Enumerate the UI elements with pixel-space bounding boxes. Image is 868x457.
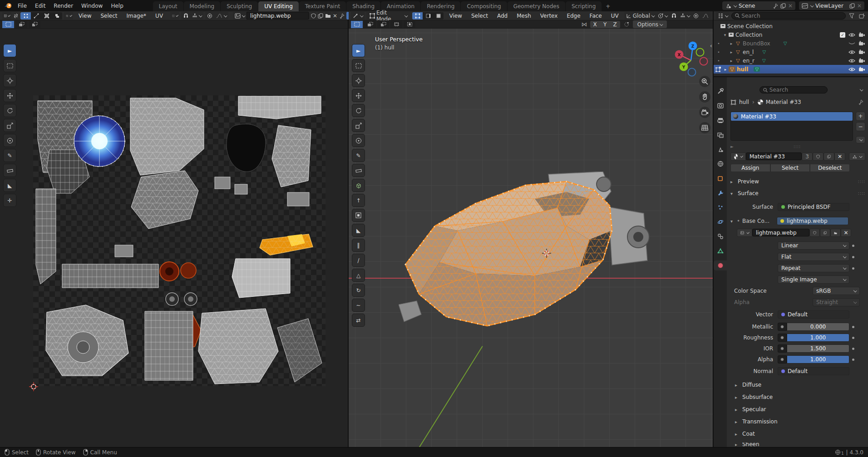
- vp-select-extend-button[interactable]: [364, 21, 376, 28]
- color-space-dropdown[interactable]: sRGB: [813, 287, 860, 295]
- tab-scene[interactable]: [714, 144, 727, 154]
- outliner-row-en-r[interactable]: • ▸ ▽ en_r ▽: [714, 56, 868, 65]
- vp-menu-face[interactable]: Face: [586, 13, 606, 19]
- menu-file[interactable]: File: [14, 1, 31, 10]
- tab-output[interactable]: [714, 115, 727, 125]
- vp-menu-select[interactable]: Select: [468, 13, 492, 19]
- preview-panel-header[interactable]: ▸ Preview ::::: [730, 178, 865, 185]
- menu-help[interactable]: Help: [107, 1, 127, 10]
- tab-object-data[interactable]: [714, 246, 727, 256]
- roughness-slider[interactable]: 1.000: [787, 334, 849, 342]
- metallic-slider[interactable]: 0.000: [787, 323, 849, 331]
- scene-selector[interactable]: Scene ✕: [722, 1, 795, 10]
- tab-sculpting[interactable]: Sculpting: [221, 1, 258, 11]
- material-name-field[interactable]: Material #33: [746, 152, 802, 160]
- specular-panel-header[interactable]: ▸Specular: [735, 406, 865, 413]
- mirror-z-button[interactable]: Z: [610, 21, 620, 28]
- decorator-dot[interactable]: [852, 337, 854, 339]
- vp-transform-tool[interactable]: [352, 134, 365, 147]
- vp-scale-tool[interactable]: [352, 119, 365, 132]
- uv-select-island-button[interactable]: [52, 12, 62, 20]
- uv-rotate-tool[interactable]: [3, 104, 16, 117]
- uv-transform-tool[interactable]: [3, 134, 16, 147]
- tab-material[interactable]: [714, 260, 727, 270]
- uv-pivot-dropdown[interactable]: [170, 12, 179, 20]
- uv-menu-select[interactable]: Select: [97, 13, 121, 19]
- tab-scripting[interactable]: Scripting: [566, 1, 602, 11]
- image-name-field[interactable]: lightmap.webp: [752, 229, 809, 236]
- add-slot-button[interactable]: +: [856, 112, 865, 121]
- uv-editor-type-dropdown[interactable]: [2, 12, 11, 20]
- eye-closed-icon[interactable]: [848, 41, 855, 46]
- tab-world[interactable]: [714, 159, 727, 169]
- image-fake-user-toggle[interactable]: [809, 229, 820, 237]
- uv-rip-region-tool[interactable]: ◣: [3, 179, 16, 192]
- select-mode-edge-button[interactable]: [423, 12, 433, 20]
- image-new-copy-button[interactable]: [318, 12, 323, 20]
- list-expand-handle[interactable]: ►: [730, 144, 734, 149]
- decorator-dot[interactable]: [852, 359, 854, 361]
- uv-tweak-tool[interactable]: ►: [3, 44, 16, 57]
- ior-slider[interactable]: 1.500: [787, 344, 849, 353]
- tab-layout[interactable]: Layout: [153, 1, 183, 11]
- image-unlink-button[interactable]: ✕: [841, 229, 851, 237]
- browse-material-dropdown[interactable]: [730, 152, 746, 161]
- pivot-point-dropdown[interactable]: [656, 12, 669, 20]
- mirror-y-button[interactable]: Y: [600, 21, 610, 28]
- pan-hand-icon[interactable]: [699, 91, 710, 103]
- interpolation-dropdown[interactable]: Linear: [778, 241, 849, 250]
- material-slot-active[interactable]: Material #33: [731, 112, 853, 121]
- image-fake-user-toggle[interactable]: [311, 12, 316, 20]
- vp-bevel-tool[interactable]: ◣: [352, 224, 365, 237]
- select-mode-vertex-button[interactable]: [412, 12, 423, 20]
- vector-input-button[interactable]: Default: [778, 310, 849, 319]
- coat-panel-header[interactable]: ▸Coat: [735, 431, 865, 437]
- vp-select-intersect-button[interactable]: [404, 21, 415, 28]
- vp-poly-build-tool[interactable]: △: [352, 269, 365, 282]
- base-color-texture-button[interactable]: lightmap.webp: [777, 217, 848, 225]
- camera-visibility-icon[interactable]: [858, 32, 865, 37]
- uv-falloff-dropdown[interactable]: [214, 12, 228, 20]
- uv-select-extend-button[interactable]: [15, 21, 27, 28]
- browse-image-dropdown[interactable]: [737, 229, 752, 237]
- vp-smooth-tool[interactable]: ~: [352, 299, 365, 312]
- new-collection-button[interactable]: [858, 12, 866, 20]
- camera-visibility-icon[interactable]: [858, 49, 865, 54]
- snap-with-dropdown[interactable]: [678, 12, 691, 20]
- decorator-dot[interactable]: [852, 256, 854, 258]
- tab-modifiers[interactable]: [714, 188, 727, 198]
- sheen-panel-header-clipped[interactable]: ▸Sheen: [735, 442, 865, 446]
- uv-select-edge-button[interactable]: [31, 12, 41, 20]
- disclosure-collapsed-icon[interactable]: ▸: [722, 67, 729, 72]
- new-material-button[interactable]: [824, 152, 834, 161]
- vp-menu-vertex[interactable]: Vertex: [537, 13, 562, 19]
- vp-tweak-tool[interactable]: ►: [352, 44, 365, 57]
- tab-physics[interactable]: [714, 217, 727, 227]
- source-dropdown[interactable]: Single Image: [778, 275, 849, 284]
- outliner-row-en-l[interactable]: • ▸ ▽ en_l ▽: [714, 48, 868, 56]
- uv-move-tool[interactable]: [3, 89, 16, 102]
- decorator-dot[interactable]: [852, 326, 854, 328]
- outliner-row-collection[interactable]: ▾ Collection ✓: [714, 30, 868, 39]
- material-slot-list[interactable]: Material #33: [730, 112, 853, 141]
- duplicate-icon[interactable]: [849, 3, 855, 9]
- vp-spin-tool[interactable]: ↻: [352, 284, 365, 297]
- alpha-slider[interactable]: 1.000: [787, 355, 849, 364]
- properties-options-chevron[interactable]: [860, 88, 863, 91]
- uv-annotate-tool[interactable]: ✎: [3, 149, 16, 162]
- uv-measure-tool[interactable]: [3, 164, 16, 177]
- outliner-row-boundbox[interactable]: • ▸ ▽ BoundBox ▽: [714, 39, 868, 48]
- deselect-button[interactable]: Deselect: [810, 164, 850, 172]
- tab-object[interactable]: [714, 173, 727, 183]
- assign-button[interactable]: Assign: [730, 164, 770, 172]
- viewport-editor-type-dropdown[interactable]: [351, 12, 365, 20]
- vp-menu-mesh[interactable]: Mesh: [513, 13, 535, 19]
- fake-user-toggle[interactable]: [813, 152, 824, 161]
- menu-edit[interactable]: Edit: [31, 1, 49, 10]
- mode-dropdown[interactable]: Edit Mode: [366, 12, 411, 20]
- viewport-canvas[interactable]: User Perspective (1) hull ► ✎ ↑: [349, 29, 713, 447]
- uv-snap-with-dropdown[interactable]: [190, 12, 203, 20]
- tab-shading[interactable]: Shading: [346, 1, 380, 11]
- remove-viewlayer-icon[interactable]: ✕: [857, 3, 862, 9]
- navigation-gizmo[interactable]: Z X Y: [672, 40, 710, 79]
